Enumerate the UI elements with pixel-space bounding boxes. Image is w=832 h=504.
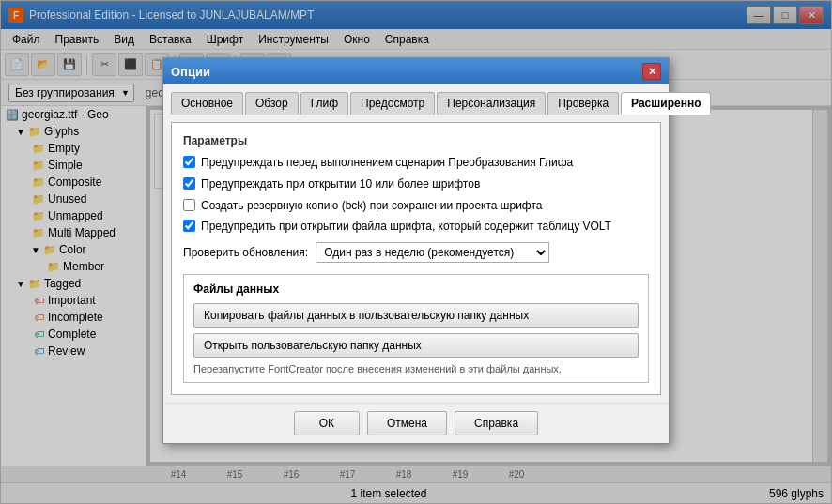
checkbox-row-3: Создать резервную копию (bck) при сохран… xyxy=(183,198,649,214)
update-row: Проверить обновления: Один раз в неделю … xyxy=(183,242,649,263)
checkbox-row-4: Предупредить при открытии файла шрифта, … xyxy=(183,219,649,235)
dialog-footer: ОК Отмена Справка xyxy=(163,403,669,443)
checkbox-row-2: Предупреждать при открытии 10 или более … xyxy=(183,176,649,192)
checkbox-row-1: Предупреждать перед выполнением сценария… xyxy=(183,155,649,171)
checkbox-label-3: Создать резервную копию (bck) при сохран… xyxy=(201,198,543,214)
help-button[interactable]: Справка xyxy=(455,411,538,435)
checkbox-4[interactable] xyxy=(183,220,195,232)
dialog-body: Основное Обзор Глиф Предосмотр Персонали… xyxy=(163,84,669,403)
checkbox-1[interactable] xyxy=(183,156,195,168)
tab-preview[interactable]: Предосмотр xyxy=(350,92,435,115)
main-window: F Professional Edition - Licensed to JUN… xyxy=(0,0,832,504)
checkbox-label-1: Предупреждать перед выполнением сценария… xyxy=(201,155,573,171)
update-select[interactable]: Один раз в неделю (рекомендуется)Никогда… xyxy=(316,242,549,263)
restart-note: Перезапустите FontCreator после внесения… xyxy=(193,363,639,374)
tab-content-advanced: Параметры Предупреждать перед выполнение… xyxy=(171,122,661,395)
tab-bar: Основное Обзор Глиф Предосмотр Персонали… xyxy=(171,92,661,115)
cancel-button[interactable]: Отмена xyxy=(367,411,447,435)
options-dialog: Опции ✕ Основное Обзор Глиф Предосмотр П… xyxy=(162,57,670,444)
open-data-folder-button[interactable]: Открыть пользовательскую папку данных xyxy=(193,333,639,358)
tab-overview[interactable]: Обзор xyxy=(245,92,299,115)
data-files-section: Файлы данных Копировать файлы данных в п… xyxy=(183,274,649,383)
tab-glyph[interactable]: Глиф xyxy=(300,92,348,115)
data-files-title: Файлы данных xyxy=(193,283,639,296)
checkbox-3[interactable] xyxy=(183,199,195,211)
dialog-title-text: Опции xyxy=(171,65,642,79)
update-label: Проверить обновления: xyxy=(183,246,308,259)
dialog-overlay: Опции ✕ Основное Обзор Глиф Предосмотр П… xyxy=(1,1,831,503)
checkbox-2[interactable] xyxy=(183,177,195,190)
dialog-title-bar: Опции ✕ xyxy=(163,58,669,84)
dialog-close-button[interactable]: ✕ xyxy=(642,63,661,80)
tab-basic[interactable]: Основное xyxy=(171,92,243,115)
copy-data-button[interactable]: Копировать файлы данных в пользовательск… xyxy=(193,303,639,328)
tab-check[interactable]: Проверка xyxy=(547,92,619,115)
checkbox-label-4: Предупредить при открытии файла шрифта, … xyxy=(201,219,611,235)
checkbox-label-2: Предупреждать при открытии 10 или более … xyxy=(201,176,480,192)
tab-advanced[interactable]: Расширенно xyxy=(621,92,711,115)
tab-personalization[interactable]: Персонализация xyxy=(437,92,546,115)
ok-button[interactable]: ОК xyxy=(294,411,360,435)
params-section-title: Параметры xyxy=(183,134,649,147)
